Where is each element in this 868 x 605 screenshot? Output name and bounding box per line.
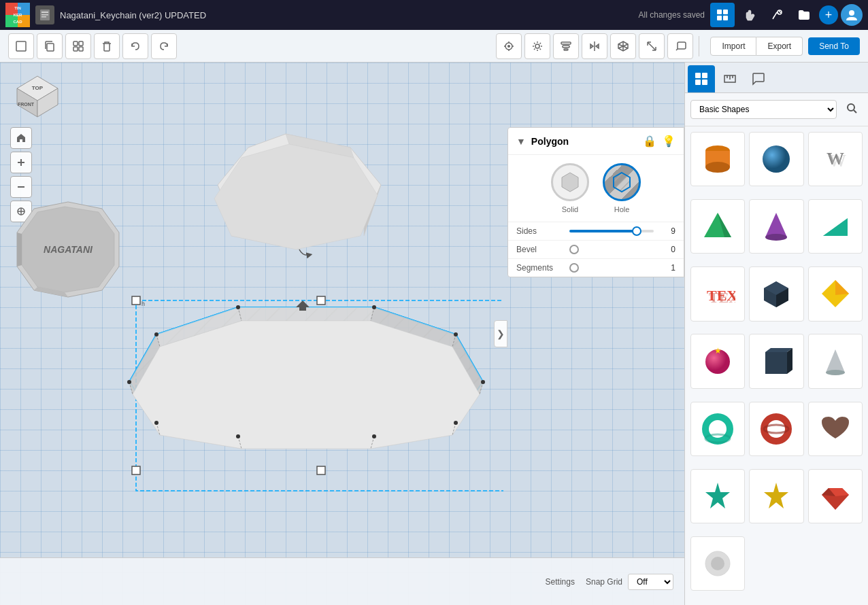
svg-rect-98 xyxy=(702,80,707,85)
svg-point-81 xyxy=(236,305,240,309)
new-shape-btn[interactable] xyxy=(8,33,34,59)
3d-scene: NAGATANI xyxy=(0,63,503,579)
svg-point-87 xyxy=(236,434,240,438)
shape-extra1[interactable] xyxy=(690,536,745,591)
svg-point-110 xyxy=(765,234,787,241)
shape-diamond-yellow[interactable] xyxy=(808,266,863,321)
send-to-btn[interactable]: Send To xyxy=(808,37,860,55)
export-btn[interactable]: Export xyxy=(756,37,803,56)
panel-header: ▼ Polygon 🔒 💡 xyxy=(508,128,684,155)
shape-wedge-teal[interactable] xyxy=(808,199,863,254)
svg-text:W: W xyxy=(829,151,846,171)
topbar: TIN KER CAD Nagatani_Keychain (ver2) UPD… xyxy=(0,0,868,30)
svg-point-90 xyxy=(154,332,158,336)
hole-mode[interactable]: Hole xyxy=(603,163,641,213)
shape-box-blue[interactable] xyxy=(749,334,803,388)
project-file-icon xyxy=(35,5,54,24)
settings-link[interactable]: Settings xyxy=(546,577,575,587)
search-btn[interactable] xyxy=(841,99,863,120)
sides-slider[interactable] xyxy=(569,230,654,232)
undo-btn[interactable] xyxy=(122,33,148,59)
redo-btn[interactable] xyxy=(151,33,177,59)
tinkercad-logo[interactable]: TIN KER CAD xyxy=(5,3,30,27)
comment-tab[interactable] xyxy=(745,65,772,92)
shape-mode-selector: Solid Hole xyxy=(508,155,684,222)
svg-text:NAGATANI: NAGATANI xyxy=(44,244,93,255)
project-name: Nagatani_Keychain (ver2) UPDATED xyxy=(60,10,633,20)
panel-collapse-btn[interactable]: ▼ xyxy=(516,136,526,147)
bevel-radio[interactable] xyxy=(569,245,579,254)
grid-view-btn[interactable] xyxy=(710,3,735,27)
svg-rect-19 xyxy=(73,41,78,46)
hole-label: Hole xyxy=(614,205,630,213)
copy-btn[interactable] xyxy=(37,33,63,59)
folder-btn[interactable] xyxy=(792,3,816,27)
shape-torus[interactable] xyxy=(690,402,745,456)
transform-btn[interactable] xyxy=(610,33,636,59)
ruler-tab[interactable] xyxy=(716,65,744,92)
lock-icon[interactable]: 🔒 xyxy=(643,135,656,148)
category-select[interactable]: Basic Shapes Featured Letters Math Tech xyxy=(690,100,837,119)
svg-rect-12 xyxy=(723,10,728,14)
shape-star-gold[interactable] xyxy=(749,469,803,523)
svg-line-100 xyxy=(854,110,856,113)
solid-label: Solid xyxy=(562,205,578,213)
right-tools xyxy=(496,33,693,59)
view-btn[interactable] xyxy=(496,33,522,59)
svg-marker-124 xyxy=(787,348,792,374)
segments-label: Segments xyxy=(516,263,564,273)
shape-gem-red[interactable] xyxy=(808,469,863,523)
svg-point-127 xyxy=(705,417,730,441)
shape-cone-gray[interactable] xyxy=(808,334,863,388)
settings-bar: Settings Snap Grid Off 0.1 0.5 1 xyxy=(0,557,684,605)
user-avatar[interactable] xyxy=(841,4,863,26)
snap-grid-control: Snap Grid Off 0.1 0.5 1 xyxy=(586,574,673,590)
main-area: TOP FRONT xyxy=(0,63,868,605)
shape-sphere[interactable] xyxy=(749,132,803,186)
add-user-btn[interactable]: + xyxy=(819,5,838,24)
svg-rect-11 xyxy=(717,10,722,14)
svg-point-85 xyxy=(454,421,458,425)
hand-tool-btn[interactable] xyxy=(737,3,762,27)
shape-star-teal[interactable] xyxy=(690,469,745,523)
shape-ring-brown[interactable] xyxy=(749,402,803,456)
snap-grid-select[interactable]: Off 0.1 0.5 1 xyxy=(628,574,673,590)
bulb-icon[interactable]: 💡 xyxy=(662,135,675,148)
shape-ball-star[interactable]: ★ xyxy=(690,334,745,388)
shape-cone-purple[interactable] xyxy=(749,199,803,254)
svg-text:★: ★ xyxy=(714,346,722,356)
sidebar-search-row: Basic Shapes Featured Letters Math Tech xyxy=(685,93,868,126)
solid-mode[interactable]: Solid xyxy=(551,163,589,213)
light-btn[interactable] xyxy=(524,33,550,59)
group-btn[interactable] xyxy=(65,33,91,59)
shapes-tab[interactable] xyxy=(688,65,715,92)
svg-point-126 xyxy=(826,370,845,375)
svg-rect-9 xyxy=(41,14,48,16)
svg-point-86 xyxy=(372,434,376,438)
import-btn[interactable]: Import xyxy=(710,37,756,56)
shape-pyramid-green[interactable] xyxy=(690,199,745,254)
svg-rect-18 xyxy=(47,44,54,51)
measure-btn[interactable] xyxy=(639,33,665,59)
svg-marker-109 xyxy=(765,213,787,237)
shape-cylinder[interactable] xyxy=(690,132,745,186)
canvas-area[interactable]: TOP FRONT xyxy=(0,63,684,605)
svg-point-82 xyxy=(372,305,376,309)
panel-toggle-btn[interactable]: ❯ xyxy=(494,320,507,347)
mirror-btn[interactable] xyxy=(582,33,607,59)
segments-value: 1 xyxy=(659,263,675,273)
align-btn[interactable] xyxy=(553,33,579,59)
shape-cube-dark[interactable] xyxy=(749,266,803,321)
svg-rect-54 xyxy=(317,466,325,474)
delete-btn[interactable] xyxy=(94,33,120,59)
shape-text3d[interactable]: W W xyxy=(808,132,863,186)
bevel-label: Bevel xyxy=(516,245,564,254)
tools-btn[interactable] xyxy=(765,3,789,27)
segments-radio[interactable] xyxy=(569,263,579,273)
svg-rect-27 xyxy=(563,46,569,48)
shape-heart[interactable] xyxy=(808,402,863,456)
polygon-panel: ▼ Polygon 🔒 💡 Solid xyxy=(507,127,684,277)
note-btn[interactable] xyxy=(667,33,693,59)
svg-marker-94 xyxy=(614,173,630,192)
shape-text-red[interactable]: TEXT TEXT xyxy=(690,266,745,321)
